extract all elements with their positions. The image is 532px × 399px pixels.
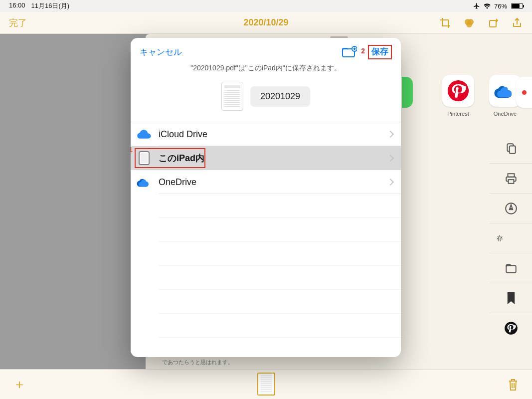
svg-rect-12 bbox=[506, 265, 516, 272]
chevron-right-icon bbox=[387, 155, 394, 162]
svg-rect-9 bbox=[508, 180, 514, 184]
list-placeholder-row bbox=[159, 314, 401, 338]
onedrive-icon bbox=[137, 175, 152, 190]
share-actions-column: 存 bbox=[490, 134, 532, 343]
svg-point-4 bbox=[448, 80, 469, 101]
share-app-partial-right[interactable] bbox=[516, 77, 532, 108]
svg-rect-19 bbox=[141, 153, 148, 163]
action-copy[interactable] bbox=[490, 134, 532, 164]
list-placeholder-row bbox=[159, 218, 401, 242]
svg-point-2 bbox=[466, 21, 472, 27]
page-thumbnail[interactable] bbox=[257, 373, 275, 396]
action-save-to-files[interactable]: 存 bbox=[490, 223, 532, 253]
document-thumbnail bbox=[221, 82, 243, 111]
location-icloud-drive[interactable]: iCloud Drive bbox=[131, 122, 401, 146]
share-icon[interactable] bbox=[511, 17, 523, 29]
svg-point-13 bbox=[505, 322, 518, 335]
filters-icon[interactable] bbox=[463, 17, 475, 29]
rotate-icon[interactable] bbox=[487, 17, 499, 29]
bottom-toolbar: ＋ bbox=[0, 369, 532, 399]
share-app-label: Pinterest bbox=[447, 111, 469, 117]
add-page-button[interactable]: ＋ bbox=[13, 376, 26, 393]
list-placeholder-row bbox=[159, 290, 401, 314]
action-markup[interactable] bbox=[490, 194, 532, 223]
action-print[interactable] bbox=[490, 164, 532, 194]
status-time: 16:00 bbox=[9, 1, 25, 10]
svg-rect-7 bbox=[508, 174, 514, 177]
editor-toolbar: 完了 2020/10/29 bbox=[0, 12, 532, 34]
page-title: 2020/10/29 bbox=[243, 17, 288, 28]
battery-percent: 76% bbox=[494, 2, 507, 10]
crop-icon[interactable] bbox=[439, 17, 451, 29]
file-preview-row: 20201029 bbox=[221, 82, 310, 111]
wifi-icon bbox=[483, 3, 491, 9]
dialog-message: "20201029.pdf"は"このiPad内"に保存されます。 bbox=[131, 64, 401, 73]
share-app-pinterest[interactable]: Pinterest bbox=[442, 75, 474, 117]
trash-button[interactable] bbox=[507, 378, 519, 392]
svg-rect-6 bbox=[509, 146, 515, 153]
save-button[interactable]: 保存 bbox=[368, 45, 392, 59]
ipad-icon bbox=[137, 151, 152, 166]
new-folder-button[interactable] bbox=[342, 46, 357, 58]
airplane-icon bbox=[473, 2, 480, 9]
share-app-partial-left[interactable] bbox=[402, 77, 413, 108]
location-label: このiPad内 bbox=[159, 152, 204, 164]
icloud-icon bbox=[137, 127, 152, 142]
action-save-to-files-icon[interactable] bbox=[490, 253, 532, 283]
action-pinterest[interactable] bbox=[490, 313, 532, 343]
list-placeholder-row bbox=[159, 266, 401, 290]
location-onedrive[interactable]: OneDrive bbox=[131, 170, 401, 194]
battery-icon bbox=[511, 3, 523, 9]
status-date: 11月16日(月) bbox=[31, 1, 70, 10]
location-label: iCloud Drive bbox=[159, 129, 207, 140]
save-to-files-dialog: キャンセル 2 保存 "20201029.pdf"は"このiPad内"に保存され… bbox=[131, 38, 401, 357]
filename-input[interactable]: 20201029 bbox=[250, 86, 310, 107]
action-bookmark[interactable] bbox=[490, 283, 532, 313]
action-save-label-fragment: 存 bbox=[497, 234, 503, 243]
list-placeholder-row bbox=[159, 242, 401, 266]
chevron-right-icon bbox=[387, 131, 394, 138]
done-button[interactable]: 完了 bbox=[9, 17, 27, 29]
list-placeholder-row bbox=[159, 194, 401, 218]
annotation-number-1: 1 bbox=[131, 146, 133, 154]
location-on-my-ipad[interactable]: 1 このiPad内 bbox=[131, 146, 401, 170]
location-list: iCloud Drive 1 このiPad内 OneDrive bbox=[131, 122, 401, 338]
share-app-label: OneDrive bbox=[494, 111, 517, 117]
status-bar: 16:00 11月16日(月) 76% bbox=[0, 0, 532, 12]
location-label: OneDrive bbox=[159, 177, 196, 188]
share-app-row: Pinterest OneDrive bbox=[442, 75, 521, 117]
cancel-button[interactable]: キャンセル bbox=[140, 46, 182, 58]
pinterest-icon bbox=[442, 75, 474, 107]
annotation-number-2: 2 bbox=[361, 47, 365, 55]
chevron-right-icon bbox=[387, 179, 394, 186]
dialog-header: キャンセル 2 保存 bbox=[131, 38, 401, 66]
svg-rect-3 bbox=[490, 20, 496, 27]
